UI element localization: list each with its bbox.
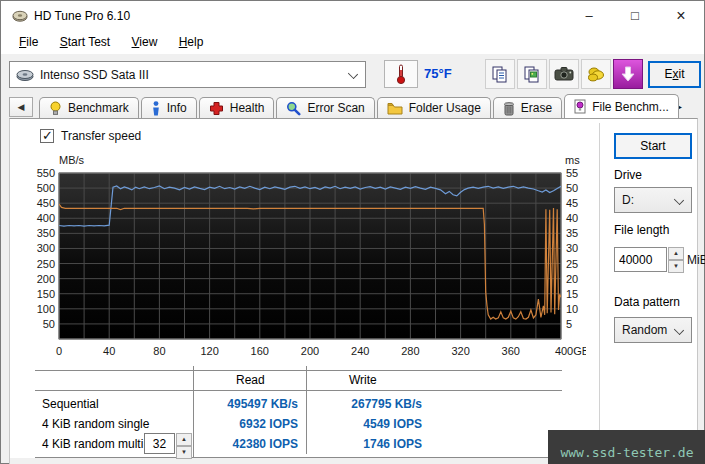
app-window: HD Tune Pro 6.10 – □ × File Start Test V… — [0, 0, 705, 464]
svg-text:400GB: 400GB — [555, 345, 586, 357]
drive-combobox[interactable]: D: — [614, 187, 692, 213]
tab-folder-usage[interactable]: Folder Usage — [377, 97, 491, 118]
exit-button[interactable]: Exit — [648, 61, 701, 88]
svg-text:30: 30 — [566, 242, 578, 254]
svg-text:160: 160 — [251, 345, 269, 357]
svg-text:15: 15 — [566, 288, 578, 300]
random-multi-read-value: 42380 IOPS — [188, 437, 298, 451]
file-benchmark-panel: Transfer speed 5505004504003503002502001… — [9, 118, 698, 464]
tab-file-benchmark[interactable]: File Benchm... — [564, 94, 679, 118]
maximize-button[interactable]: □ — [612, 1, 658, 31]
tab-bar: ◀ Benchmark Info Health — [1, 94, 704, 118]
svg-text:35: 35 — [566, 227, 578, 239]
table-rule-bottom — [35, 457, 562, 458]
svg-text:450: 450 — [37, 197, 55, 209]
random-single-read-value: 6932 IOPS — [188, 417, 298, 431]
copy-image-button[interactable] — [517, 59, 547, 89]
tab-info[interactable]: Info — [141, 97, 197, 118]
svg-text:150: 150 — [37, 288, 55, 300]
copy-icon — [491, 65, 509, 83]
svg-text:40: 40 — [103, 345, 115, 357]
data-pattern-combobox[interactable]: Random — [614, 317, 692, 343]
disk-icon — [16, 68, 34, 82]
toolbar: Intenso SSD Sata III 75°F — [1, 54, 704, 94]
info-icon — [151, 101, 161, 116]
table-rule-header — [35, 390, 562, 391]
svg-text:200: 200 — [37, 273, 55, 285]
menu-view[interactable]: View — [123, 31, 167, 49]
svg-text:120: 120 — [200, 345, 218, 357]
download-button[interactable] — [613, 59, 643, 89]
stepper-down-icon[interactable]: ▼ — [668, 260, 684, 273]
svg-text:MB/s: MB/s — [59, 154, 85, 166]
random-single-write-value: 4549 IOPS — [312, 417, 422, 431]
screenshot-button[interactable] — [549, 59, 579, 89]
menu-file[interactable]: File — [10, 31, 47, 49]
donate-hands-icon — [586, 65, 606, 83]
tab-error-scan[interactable]: Error Scan — [276, 97, 374, 118]
row-random-single-label: 4 KiB random single — [42, 417, 149, 431]
svg-text:10: 10 — [566, 303, 578, 315]
svg-text:80: 80 — [153, 345, 165, 357]
svg-text:360: 360 — [502, 345, 520, 357]
file-length-label: File length — [614, 223, 669, 237]
drive-select-combobox[interactable]: Intenso SSD Sata III — [9, 61, 366, 88]
table-col-divider-2 — [306, 366, 307, 454]
app-disk-icon — [12, 8, 28, 24]
tab-erase[interactable]: Erase — [493, 97, 562, 118]
file-benchmark-icon — [574, 99, 586, 114]
file-length-stepper[interactable]: ▲ ▼ — [668, 247, 684, 272]
svg-text:40: 40 — [566, 212, 578, 224]
chevron-down-icon — [675, 196, 684, 205]
sequential-read-value: 495497 KB/s — [188, 397, 298, 411]
table-rule-top — [35, 370, 562, 371]
tab-health[interactable]: Health — [199, 97, 275, 118]
close-button[interactable]: × — [658, 1, 704, 31]
start-button[interactable]: Start — [614, 133, 692, 159]
queue-depth-input[interactable] — [144, 433, 175, 454]
thermometer-icon — [395, 63, 407, 85]
read-header: Read — [236, 373, 265, 387]
copy-image-icon — [523, 65, 541, 83]
donate-button[interactable] — [581, 59, 611, 89]
screenshot-camera-icon — [554, 66, 574, 82]
stepper-up-icon[interactable]: ▲ — [668, 247, 684, 260]
svg-text:240: 240 — [351, 345, 369, 357]
file-length-input[interactable] — [614, 247, 667, 272]
svg-text:200: 200 — [301, 345, 319, 357]
error-scan-icon — [286, 101, 301, 116]
queue-depth-value[interactable] — [145, 434, 174, 453]
svg-text:250: 250 — [37, 258, 55, 270]
menu-bar: File Start Test View Help — [1, 31, 704, 54]
menu-help[interactable]: Help — [170, 31, 213, 49]
svg-text:280: 280 — [401, 345, 419, 357]
menu-start-test[interactable]: Start Test — [51, 31, 119, 49]
data-pattern-label: Data pattern — [614, 295, 680, 309]
svg-text:50: 50 — [43, 318, 55, 330]
svg-text:55: 55 — [566, 167, 578, 179]
minimize-button[interactable]: – — [566, 1, 612, 31]
write-header: Write — [349, 373, 377, 387]
random-multi-write-value: 1746 IOPS — [312, 437, 422, 451]
row-random-multi-label: 4 KiB random multi — [42, 437, 143, 451]
tab-scroll-left-button[interactable]: ◀ — [9, 97, 33, 117]
file-length-unit: MiB — [687, 253, 705, 267]
file-length-value[interactable] — [615, 248, 666, 271]
folder-usage-icon — [387, 102, 403, 115]
transfer-speed-checkbox[interactable] — [40, 129, 54, 143]
transfer-speed-chart: 5505004504003503002502001501005055504540… — [30, 150, 586, 362]
svg-text:350: 350 — [37, 227, 55, 239]
temperature-button[interactable] — [384, 60, 418, 88]
tab-benchmark[interactable]: Benchmark — [39, 97, 139, 118]
svg-text:ms: ms — [565, 154, 580, 166]
svg-text:500: 500 — [37, 182, 55, 194]
drive-label: Drive — [614, 168, 642, 182]
download-arrow-icon — [620, 65, 636, 83]
watermark: www.ssd-tester.de — [548, 430, 705, 464]
row-sequential-label: Sequential — [42, 397, 99, 411]
panel-divider — [599, 123, 600, 457]
copy-text-button[interactable] — [485, 59, 515, 89]
title-bar: HD Tune Pro 6.10 – □ × — [1, 1, 704, 31]
svg-text:550: 550 — [37, 167, 55, 179]
svg-text:320: 320 — [451, 345, 469, 357]
